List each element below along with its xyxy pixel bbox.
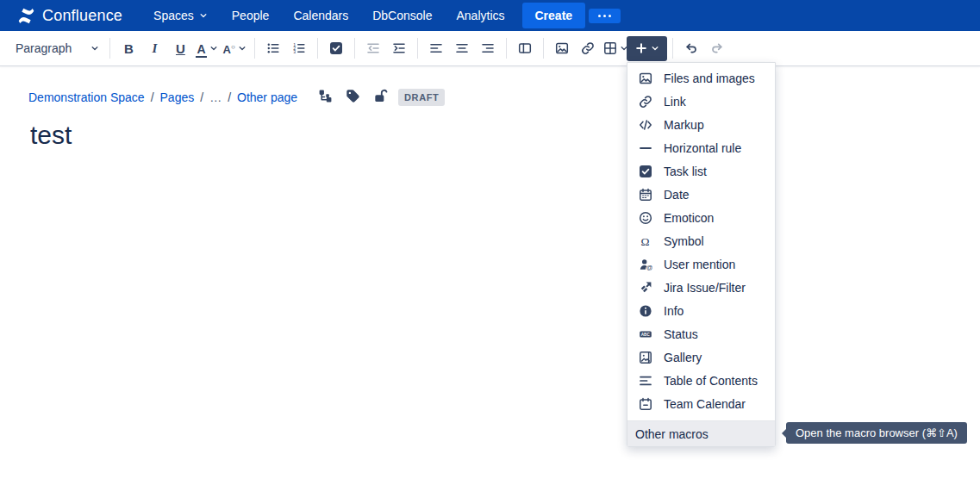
menu-item-files-and-images[interactable]: Files and images — [627, 66, 775, 90]
breadcrumb-link-demonstration-space[interactable]: Demonstration Space — [28, 90, 145, 104]
nav-item-spaces[interactable]: Spaces — [141, 0, 220, 31]
toc-icon — [639, 374, 652, 388]
paragraph-style-label: Paragraph — [16, 41, 72, 55]
menu-item-label: Jira Issue/Filter — [664, 281, 746, 295]
nav-item-analytics[interactable]: Analytics — [444, 0, 516, 31]
chevron-down-icon — [651, 44, 659, 53]
toolbar-align-center-button[interactable] — [449, 35, 475, 61]
menu-item-label: Team Calendar — [664, 397, 746, 411]
page-tree-button[interactable] — [318, 89, 333, 106]
toolbar-redo-button[interactable] — [704, 35, 730, 61]
menu-item-label: Status — [664, 327, 698, 341]
confluence-logo[interactable]: Confluence — [17, 7, 122, 25]
menu-item-label: Date — [664, 188, 690, 202]
jira-icon — [639, 281, 652, 295]
toolbar-numbered-list-button[interactable]: 123 — [286, 35, 312, 61]
page-title: test — [30, 121, 980, 150]
menu-item-gallery[interactable]: Gallery — [627, 345, 775, 369]
toolbar-outdent-button[interactable] — [360, 35, 386, 61]
toolbar-align-right-button[interactable] — [475, 35, 501, 61]
toolbar-undo-button[interactable] — [678, 35, 704, 61]
nav-item-calendars[interactable]: Calendars — [281, 0, 360, 31]
breadcrumb-link-other-page[interactable]: Other page — [237, 90, 297, 104]
user-mention-icon: @ — [639, 258, 652, 271]
menu-item-task-list[interactable]: Task list — [627, 159, 775, 183]
page-layout-icon — [518, 41, 532, 55]
toolbar-indent-button[interactable] — [386, 35, 412, 61]
menu-item-jira-issue-filter[interactable]: Jira Issue/Filter — [627, 276, 775, 299]
toolbar-separator — [317, 38, 318, 59]
breadcrumb-tools — [318, 89, 388, 106]
labels-button[interactable] — [346, 89, 360, 106]
plus-icon — [634, 41, 648, 55]
status-icon: ABC — [639, 327, 652, 341]
labels-icon — [346, 89, 360, 106]
top-navigation: Confluence SpacesPeopleCalendarsDbConsol… — [0, 0, 980, 31]
svg-text:ABC: ABC — [641, 332, 651, 336]
toolbar-align-left-button[interactable] — [423, 35, 449, 61]
svg-text:@: @ — [646, 264, 652, 271]
svg-text:3: 3 — [293, 49, 296, 54]
menu-item-info[interactable]: Info — [627, 299, 775, 322]
toolbar-underline-button[interactable]: U — [167, 35, 193, 61]
toolbar-italic-button[interactable]: I — [141, 35, 167, 61]
toolbar-bold-button[interactable]: B — [115, 35, 141, 61]
toolbar-insert-link-button[interactable] — [575, 35, 601, 61]
toolbar-text-color-button[interactable]: A — [193, 35, 220, 61]
numbered-list-icon: 123 — [292, 41, 306, 55]
link-icon — [639, 95, 652, 109]
chevron-down-icon — [91, 44, 99, 53]
nav-item-label: People — [232, 9, 270, 22]
restrictions-unlocked-button[interactable] — [373, 89, 388, 106]
team-calendar-icon — [639, 397, 652, 411]
breadcrumb-link-pages[interactable]: Pages — [160, 90, 195, 104]
toolbar-more-formatting-button[interactable]: A○ — [221, 35, 249, 61]
link-icon — [581, 41, 595, 55]
menu-item-label: User mention — [664, 258, 735, 271]
menu-item-label: Info — [664, 304, 684, 318]
files-images-icon — [555, 41, 569, 55]
menu-item-date[interactable]: Date — [627, 183, 775, 206]
nav-item-people[interactable]: People — [220, 0, 282, 31]
nav-item-label: Spaces — [153, 9, 194, 22]
menu-item-other-macros[interactable]: Other macros — [627, 420, 775, 446]
nav-menu: SpacesPeopleCalendarsDbConsoleAnalytics — [141, 0, 516, 31]
outdent-icon — [366, 41, 380, 55]
toolbar-page-layout-button[interactable] — [512, 35, 538, 61]
menu-item-user-mention[interactable]: @User mention — [627, 252, 775, 276]
nav-item-dbconsole[interactable]: DbConsole — [360, 0, 444, 31]
insert-menu-items: Files and imagesLinkMarkupHorizontal rul… — [627, 66, 775, 415]
align-right-icon — [481, 41, 495, 55]
menu-item-table-of-contents[interactable]: Table of Contents — [627, 369, 775, 392]
toolbar-task-list-button[interactable] — [323, 35, 349, 61]
menu-item-label: Files and images — [664, 72, 755, 85]
nav-more-button[interactable] — [589, 9, 621, 23]
toolbar-insert-more-content-button[interactable] — [627, 36, 667, 61]
menu-item-label: Table of Contents — [664, 374, 758, 388]
paragraph-style-dropdown[interactable]: Paragraph — [9, 35, 104, 61]
bold-icon: B — [124, 41, 134, 56]
create-button[interactable]: Create — [522, 3, 586, 28]
ellipsis-icon — [598, 15, 601, 17]
confluence-mark-icon — [17, 7, 35, 25]
menu-item-symbol[interactable]: ΩSymbol — [627, 229, 775, 252]
toolbar-bullet-list-button[interactable] — [260, 35, 286, 61]
toolbar-insert-files-images-button[interactable] — [549, 35, 575, 61]
menu-item-label: Emoticon — [664, 211, 714, 225]
underline-icon: U — [176, 41, 185, 56]
menu-item-emoticon[interactable]: Emoticon — [627, 206, 775, 229]
draft-status-badge: DRAFT — [398, 89, 445, 106]
menu-item-team-calendar[interactable]: Team Calendar — [627, 392, 775, 415]
toolbar-separator — [417, 38, 418, 59]
menu-item-status[interactable]: ABCStatus — [627, 322, 775, 345]
menu-item-horizontal-rule[interactable]: Horizontal rule — [627, 136, 775, 159]
toolbar-separator — [354, 38, 355, 59]
files-images-icon — [639, 72, 652, 85]
emoticon-icon — [639, 211, 652, 225]
info-icon — [639, 304, 652, 318]
nav-item-label: DbConsole — [372, 9, 432, 22]
menu-item-link[interactable]: Link — [627, 90, 775, 113]
undo-icon — [684, 41, 698, 55]
menu-item-markup[interactable]: Markup — [627, 113, 775, 136]
toolbar-separator — [506, 38, 507, 59]
